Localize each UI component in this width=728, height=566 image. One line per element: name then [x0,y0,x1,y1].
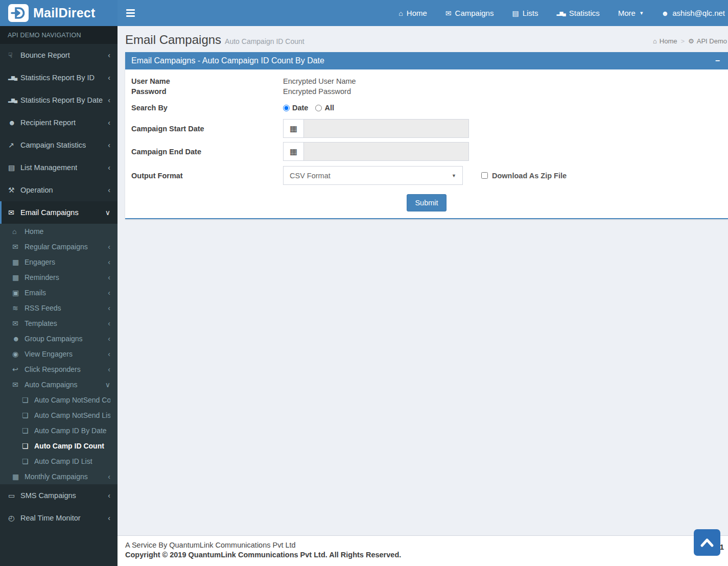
sidebar-item-operation[interactable]: ⚒Operation‹ [0,179,118,201]
sidebar-item-label: Group Campaigns [25,334,83,344]
sidebar-item-reminders[interactable]: ▦Reminders‹ [0,270,118,285]
chevron-left-icon: ‹ [105,318,110,328]
chevron-left-icon: ‹ [105,257,110,267]
sidebar-item-view-engagers[interactable]: ◉View Engagers‹ [0,346,118,362]
sidebar-item-real-time-monitor[interactable]: ◴Real Time Monitor‹ [0,507,118,529]
sidebar-item-recipient-report[interactable]: ☻Recipient Report‹ [0,111,118,134]
users-icon: ☻ [8,117,20,128]
sidebar-item-label: Regular Campaigns [25,242,88,252]
chevron-left-icon: ‹ [105,73,110,83]
download-zip-option[interactable]: Download As Zip File [481,172,567,180]
search-by-all-option[interactable]: All [315,104,334,112]
file-icon: ❏ [22,395,34,405]
content-header: Email CampaignsAuto Campaign ID Count ⌂ … [118,26,728,52]
sidebar-item-label: Recipient Report [20,117,76,128]
sidebar-item-auto-camp-id-count[interactable]: ❏Auto Camp ID Count [0,438,118,454]
bar-chart-icon: ▂▆▄ [557,11,566,16]
envelope-icon: ✉ [12,380,25,390]
nav-lists[interactable]: ▤Lists [512,9,538,17]
thumbs-down-icon: ☟ [8,50,20,60]
brand-logo[interactable]: MailDirect [0,0,118,26]
sidebar-item-auto-camp-notsend-count[interactable]: ❏Auto Camp NotSend Count [0,392,118,408]
campaign-start-date-input[interactable] [304,120,468,137]
page-subtitle: Auto Campaign ID Count [225,37,304,45]
download-zip-checkbox[interactable] [481,172,488,179]
sidebar-item-statistics-report-by-id[interactable]: ▂▆▄Statistics Report By ID‹ [0,66,118,89]
sidebar-item-home[interactable]: ⌂Home [0,224,118,239]
brand-name: MailDirect [33,6,95,20]
scroll-to-top-button[interactable] [694,529,720,556]
collapse-panel-button[interactable]: − [713,56,722,65]
sidebar-item-click-responders[interactable]: ↩Click Responders‹ [0,362,118,377]
select-caret-icon: ▼ [452,173,456,178]
start-date-label: Campaign Start Date [131,125,283,133]
nav-link-label: Campaigns [455,9,494,17]
sidebar-item-label: Statistics Report By Date [20,95,103,105]
sidebar-item-campaign-statistics[interactable]: ↗Campaign Statistics‹ [0,134,118,156]
nav-home[interactable]: ⌂Home [398,9,427,17]
reply-icon: ↩ [12,364,25,374]
nav-link-label: More [618,9,636,17]
all-radio-input[interactable] [315,105,322,111]
maildirect-logo-icon [8,4,29,22]
nav-ashish-qlc-net[interactable]: ☻ashish@qlc.net [661,9,725,17]
sidebar-item-label: Home [25,226,43,237]
panel-header: Email Campaigns - Auto Campaign ID Count… [125,52,728,69]
sidebar-item-label: Operation [20,185,53,195]
date-radio-input[interactable] [283,105,290,111]
campaign-end-date-input[interactable] [304,143,468,160]
sidebar-item-emails[interactable]: ▣Emails‹ [0,285,118,300]
sidebar-item-statistics-report-by-date[interactable]: ▂▆▄Statistics Report By Date‹ [0,89,118,111]
start-date-input-group: ▦ [283,119,469,138]
nav-more[interactable]: More▾ [618,9,643,17]
sidebar-item-label: Statistics Report By ID [20,73,95,83]
sidebar-item-label: Campaign Statistics [20,140,86,150]
sidebar-item-group-campaigns[interactable]: ☻Group Campaigns‹ [0,331,118,346]
panel-title: Email Campaigns - Auto Campaign ID Count… [131,56,324,65]
sidebar: MailDirect API DEMO NAVIGATION ☟Bounce R… [0,0,118,566]
home-icon: ⌂ [12,226,25,237]
nav-link-label: Statistics [569,9,600,17]
home-icon: ⌂ [398,9,403,17]
sidebar-item-label: Auto Camp NotSend Count [34,395,110,405]
sidebar-item-templates[interactable]: ✉Templates‹ [0,316,118,331]
line-chart-icon: ↗ [8,140,20,150]
sidebar-item-auto-camp-notsend-list[interactable]: ❏Auto Camp NotSend List [0,408,118,423]
search-by-date-option[interactable]: Date [283,104,308,112]
breadcrumb-home[interactable]: ⌂ Home [653,37,677,45]
nav-statistics[interactable]: ▂▆▄Statistics [557,9,600,17]
calendar-icon[interactable]: ▦ [284,120,304,137]
sidebar-item-email-campaigns[interactable]: ✉Email Campaigns∨ [0,201,118,224]
sidebar-item-label: Bounce Report [20,50,70,60]
breadcrumb-api-demo[interactable]: ⚙ API Demo [688,37,727,45]
sidebar-item-auto-campaigns[interactable]: ✉Auto Campaigns∨ [0,377,118,392]
page-title: Email Campaigns [125,33,221,46]
nav-link-label: Lists [523,9,538,17]
output-format-label: Output Format [131,172,283,180]
nav-campaigns[interactable]: ✉Campaigns [445,9,494,17]
sidebar-item-regular-campaigns[interactable]: ✉Regular Campaigns‹ [0,239,118,254]
output-format-select[interactable]: CSV Format ▼ [283,166,463,185]
sidebar-item-label: View Engagers [25,349,73,359]
sidebar-item-auto-camp-id-list[interactable]: ❏Auto Camp ID List [0,454,118,469]
chevron-left-icon: ‹ [105,288,110,298]
sidebar-item-bounce-report[interactable]: ☟Bounce Report‹ [0,44,118,66]
eye-icon: ◉ [12,349,25,359]
sidebar-item-label: Engagers [25,257,55,267]
submit-button[interactable]: Submit [407,194,446,211]
envelope-icon: ✉ [12,242,25,252]
navbar-links: ⌂Home✉Campaigns▤Lists▂▆▄StatisticsMore▾☻… [398,9,728,17]
date-radio-label: Date [292,104,308,112]
chevron-left-icon: ‹ [105,349,110,359]
password-row: Password Encrypted Password [131,87,722,96]
sidebar-item-sms-campaigns[interactable]: ▭SMS Campaigns‹ [0,484,118,507]
sidebar-item-engagers[interactable]: ▦Engagers‹ [0,254,118,270]
calendar-icon[interactable]: ▦ [284,143,304,160]
sidebar-item-monthly-campaigns[interactable]: ▦Monthly Campaigns‹ [0,469,118,484]
sidebar-item-list-management[interactable]: ▤List Management‹ [0,156,118,179]
breadcrumb-separator: > [681,37,685,45]
sidebar-item-rss-feeds[interactable]: ≋RSS Feeds‹ [0,300,118,316]
sidebar-item-auto-camp-id-by-date[interactable]: ❏Auto Camp ID By Date [0,423,118,438]
chevron-left-icon: ‹ [105,162,110,173]
sidebar-toggle-button[interactable] [118,0,144,26]
